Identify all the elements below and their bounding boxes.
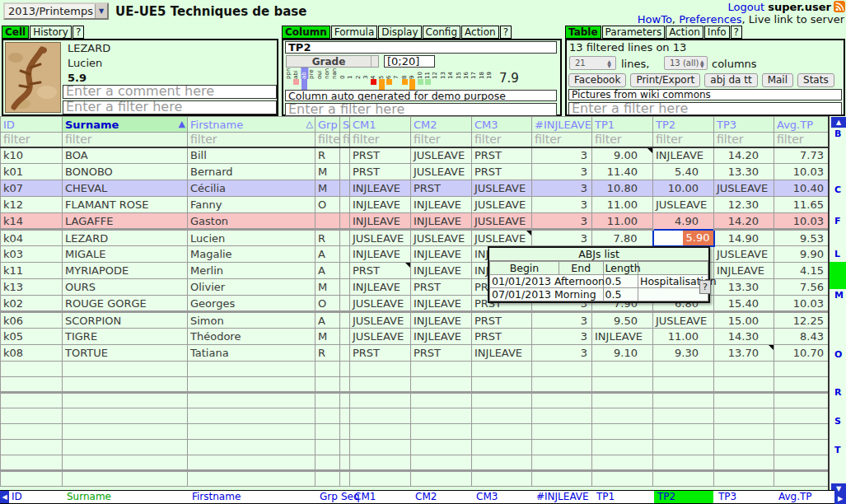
cell-ninjleave-k06[interactable]: 3: [532, 312, 592, 329]
cell-grp-k04[interactable]: R: [315, 230, 340, 246]
comment-input[interactable]: [63, 85, 277, 99]
cell-firstname-k06[interactable]: Simon: [188, 312, 315, 329]
filter-input-id[interactable]: filter: [1, 133, 63, 147]
empty-cell[interactable]: [532, 440, 592, 455]
stats-button[interactable]: Stats: [797, 73, 834, 87]
table-filter-input[interactable]: [568, 102, 842, 115]
empty-cell[interactable]: [188, 362, 315, 377]
cell-surname-k04[interactable]: LEZARD: [63, 230, 188, 246]
empty-cell[interactable]: [653, 393, 714, 408]
cell-tp1-k05[interactable]: INJLEAVE: [592, 329, 653, 345]
cell-tp3-k03[interactable]: JUSLEAVE: [714, 246, 774, 263]
column-header-tp3[interactable]: TP3: [714, 117, 774, 133]
empty-cell[interactable]: [592, 455, 653, 471]
cell-tp1-k12[interactable]: 11.00: [592, 197, 653, 213]
column-tab-formula[interactable]: Formula: [331, 26, 378, 39]
cell-surname-k03[interactable]: MIGALE: [63, 246, 188, 263]
cell-seq-k03[interactable]: [340, 246, 350, 263]
cell-firstname-k13[interactable]: Olivier: [188, 279, 315, 296]
cell-cm2-k02[interactable]: INJLEAVE: [411, 296, 472, 312]
column-header-cm2[interactable]: CM2: [411, 117, 472, 133]
cell-ninjleave-k04[interactable]: 3: [532, 230, 592, 246]
cell-cm2-k01[interactable]: JUSLEAVE: [411, 164, 472, 180]
bottom-col-cm3[interactable]: CM3: [476, 491, 498, 503]
column-name-input[interactable]: [285, 41, 557, 54]
empty-cell[interactable]: [774, 471, 829, 487]
cell-cm2-k14[interactable]: INJLEAVE: [411, 213, 472, 230]
table-tab-parameters[interactable]: Parameters: [602, 26, 666, 39]
column-filter-input[interactable]: [285, 103, 557, 116]
cell-cm1-k04[interactable]: JUSLEAVE: [350, 230, 411, 246]
empty-cell[interactable]: [188, 440, 315, 455]
empty-cell[interactable]: [653, 377, 714, 393]
empty-cell[interactable]: [315, 393, 340, 408]
cell-tp1-k01[interactable]: 11.40: [592, 164, 653, 180]
empty-cell[interactable]: [774, 440, 829, 455]
cell-surname-k13[interactable]: OURS: [63, 279, 188, 296]
column-type-select[interactable]: Grade: [286, 55, 379, 68]
empty-cell[interactable]: [411, 393, 472, 408]
cell-firstname-k10[interactable]: Bill: [188, 147, 315, 164]
empty-cell[interactable]: [592, 424, 653, 440]
empty-cell[interactable]: [411, 455, 472, 471]
alpha-link-O[interactable]: O: [834, 349, 842, 360]
cell-seq-k01[interactable]: [340, 164, 350, 180]
cell-seq-k12[interactable]: [340, 197, 350, 213]
cell-cm2-k03[interactable]: INJLEAVE: [411, 246, 472, 263]
cell-grp-k06[interactable]: A: [315, 312, 340, 329]
cell-tp1-k07[interactable]: 10.80: [592, 180, 653, 197]
cell-grp-k08[interactable]: R: [315, 345, 340, 362]
cell-cm2-k12[interactable]: INJLEAVE: [411, 197, 472, 213]
empty-cell[interactable]: [714, 471, 774, 487]
table-row-k10[interactable]: k10BOABillRPRSTJUSLEAVEPRST39.00INJLEAVE…: [1, 147, 829, 164]
abj-da-tt-button[interactable]: abj da tt: [704, 73, 757, 87]
cell-firstname-k12[interactable]: Fanny: [188, 197, 315, 213]
cell-grp-k11[interactable]: A: [315, 263, 340, 279]
table-row-k08[interactable]: k08TORTUETatianaRPRSTPRSTINJLEAVE39.109.…: [1, 345, 829, 362]
empty-cell[interactable]: [411, 424, 472, 440]
cell-id-k02[interactable]: k02: [1, 296, 63, 312]
bottom-col-firstname[interactable]: Firstname: [192, 491, 241, 503]
empty-cell[interactable]: [472, 424, 532, 440]
table-row-k14[interactable]: k14LAGAFFEGastonINJLEAVEINJLEAVEJUSLEAVE…: [1, 213, 829, 230]
empty-cell[interactable]: [592, 440, 653, 455]
cell-seq-k07[interactable]: [340, 180, 350, 197]
empty-cell[interactable]: [63, 471, 188, 487]
alpha-link-L[interactable]: L: [834, 249, 840, 259]
empty-cell[interactable]: [1, 424, 63, 440]
cell-cm2-k07[interactable]: PRST: [411, 180, 472, 197]
empty-cell[interactable]: [411, 377, 472, 393]
empty-cell[interactable]: [63, 393, 188, 408]
empty-cell[interactable]: [63, 424, 188, 440]
column-tab--[interactable]: ?: [500, 26, 512, 39]
cell-cm2-k05[interactable]: INJLEAVE: [411, 329, 472, 345]
empty-cell[interactable]: [532, 408, 592, 424]
empty-cell[interactable]: [315, 377, 340, 393]
filter-input-tp2[interactable]: filter: [653, 133, 714, 147]
cell-avgtp-k06[interactable]: 12.25: [774, 312, 829, 329]
cell-surname-k08[interactable]: TORTUE: [63, 345, 188, 362]
column-header-tp1[interactable]: TP1: [592, 117, 653, 133]
cell-tp3-k10[interactable]: 14.20: [714, 147, 774, 164]
cell-seq-k13[interactable]: [340, 279, 350, 296]
empty-cell[interactable]: [714, 362, 774, 377]
empty-cell[interactable]: [472, 440, 532, 455]
column-header-ninjleave[interactable]: #INJLEAVE: [532, 117, 592, 133]
cell-seq-k08[interactable]: [340, 345, 350, 362]
empty-cell[interactable]: [1, 377, 63, 393]
bottom-col-tp3[interactable]: TP3: [718, 491, 736, 503]
sort-asc-icon[interactable]: ▲: [179, 119, 187, 129]
cell-surname-k12[interactable]: FLAMANT ROSE: [63, 197, 188, 213]
filter-input-seq[interactable]: filter: [340, 133, 350, 147]
cell-tp3-k07[interactable]: JUSLEAVE: [714, 180, 774, 197]
cell-grp-k03[interactable]: A: [315, 246, 340, 263]
empty-cell[interactable]: [472, 377, 532, 393]
column-tab-display[interactable]: Display: [378, 26, 421, 39]
filter-input-cm2[interactable]: filter: [411, 133, 472, 147]
cell-cm3-k06[interactable]: PRST: [472, 312, 532, 329]
cell-avgtp-k11[interactable]: 4.15: [774, 263, 829, 279]
empty-cell[interactable]: [1, 408, 63, 424]
cell-tp3-k08[interactable]: 13.70: [714, 345, 774, 362]
filter-input-grp[interactable]: filter: [315, 133, 340, 147]
empty-cell[interactable]: [350, 408, 411, 424]
